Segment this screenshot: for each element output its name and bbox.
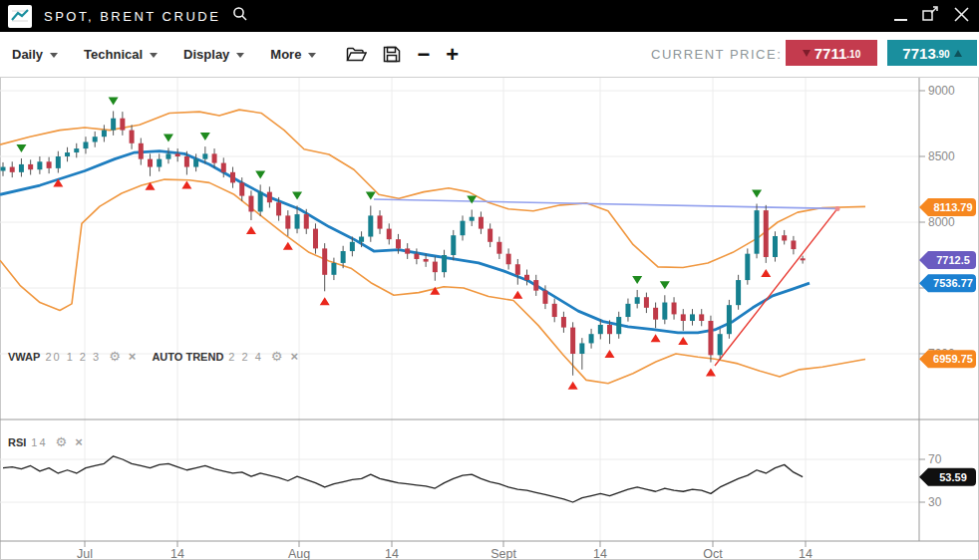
autotrend-remove-icon[interactable]: × bbox=[290, 349, 298, 364]
sell-signal-arrow-icon bbox=[292, 192, 302, 200]
svg-text:Jul: Jul bbox=[77, 547, 93, 560]
buy-signal-arrow-icon bbox=[320, 297, 330, 305]
time-axis-labels: Jul14Aug14Sept14Oct14 bbox=[77, 541, 813, 560]
bid-price: 7711 bbox=[815, 45, 847, 62]
sell-signal-arrow-icon bbox=[632, 276, 642, 284]
sell-signal-arrow-icon bbox=[255, 170, 265, 178]
close-button[interactable] bbox=[954, 7, 969, 26]
svg-text:Sept: Sept bbox=[490, 547, 516, 560]
titlebar: SPOT, BRENT CRUDE bbox=[0, 0, 979, 32]
svg-text:30: 30 bbox=[928, 495, 942, 509]
sell-signal-arrow-icon bbox=[16, 144, 26, 152]
svg-text:8500: 8500 bbox=[928, 149, 955, 163]
svg-text:14: 14 bbox=[385, 547, 399, 560]
current-price-label: CURRENT PRICE: bbox=[651, 47, 782, 62]
trendline-endpoint-dot bbox=[835, 206, 840, 211]
sell-signal-arrow-icon bbox=[109, 97, 119, 105]
svg-text:Oct: Oct bbox=[703, 547, 723, 560]
resistance-trendline bbox=[374, 199, 837, 208]
svg-text:8000: 8000 bbox=[928, 215, 955, 229]
app-window: 900085008000750070007030Jul14Aug14Sept14… bbox=[0, 0, 979, 560]
svg-text:8113.79: 8113.79 bbox=[933, 201, 972, 213]
popout-restore-button[interactable] bbox=[922, 6, 939, 26]
sell-signal-arrow-icon bbox=[467, 195, 477, 203]
chevron-down-icon bbox=[50, 53, 58, 58]
vwap-settings-gear-icon[interactable]: ⚙ bbox=[109, 349, 121, 364]
window-title: SPOT, BRENT CRUDE bbox=[44, 9, 220, 24]
vwap-label: VWAP bbox=[8, 351, 40, 363]
rsi-settings-gear-icon[interactable]: ⚙ bbox=[56, 434, 68, 449]
price-badge: 8113.79 bbox=[919, 198, 976, 216]
candlestick-layer bbox=[1, 111, 806, 375]
grid-layer bbox=[0, 77, 919, 541]
toolbar: Daily Technical Display More − + CURRENT… bbox=[0, 32, 979, 78]
autotrend-label: AUTO TREND bbox=[152, 351, 223, 363]
menu-technical[interactable]: Technical bbox=[84, 47, 158, 62]
open-folder-icon[interactable] bbox=[346, 46, 367, 63]
svg-text:7536.77: 7536.77 bbox=[933, 277, 973, 289]
menu-daily[interactable]: Daily bbox=[12, 47, 58, 62]
svg-text:Aug: Aug bbox=[288, 547, 310, 560]
sell-signal-arrow-icon bbox=[752, 190, 762, 198]
menu-display[interactable]: Display bbox=[183, 47, 244, 62]
price-badge: 7712.5 bbox=[919, 251, 976, 269]
price-chart-canvas[interactable]: 900085008000750070007030Jul14Aug14Sept14… bbox=[0, 0, 979, 560]
svg-text:53.59: 53.59 bbox=[939, 471, 967, 483]
zoom-out-button[interactable]: − bbox=[417, 45, 430, 65]
svg-text:14: 14 bbox=[593, 547, 607, 560]
price-badge: 6959.75 bbox=[919, 350, 976, 368]
ask-price: 7713 bbox=[902, 45, 935, 62]
support-trendline bbox=[715, 208, 837, 366]
svg-text:6959.75: 6959.75 bbox=[933, 353, 973, 365]
vwap-remove-icon[interactable]: × bbox=[129, 349, 137, 364]
price-axis-labels: 900085008000750070007030 bbox=[919, 84, 955, 509]
buy-signal-arrow-icon bbox=[246, 226, 256, 234]
rsi-indicator-row: RSI 14 ⚙ × bbox=[8, 434, 83, 449]
buy-signal-arrow-icon bbox=[181, 180, 191, 188]
app-logo-icon bbox=[8, 5, 32, 28]
buy-signal-arrow-icon bbox=[678, 337, 688, 345]
autotrend-params: 2 2 4 bbox=[228, 351, 262, 363]
vwap-params: 20 1 2 3 bbox=[45, 351, 101, 363]
buy-signal-arrow-icon bbox=[568, 382, 578, 390]
buy-signal-arrow-icon bbox=[512, 291, 522, 299]
autotrend-settings-gear-icon[interactable]: ⚙ bbox=[271, 349, 283, 364]
vwap-line bbox=[0, 151, 810, 333]
bid-price-badge: 7711 .10 bbox=[786, 40, 877, 66]
price-badge: 7536.77 bbox=[919, 274, 976, 292]
svg-text:7712.5: 7712.5 bbox=[936, 254, 970, 266]
ask-price-badge: 7713 .90 bbox=[887, 40, 977, 66]
buy-signal-arrow-icon bbox=[283, 242, 293, 250]
rsi-value-badge: 53.59 bbox=[919, 468, 976, 486]
price-up-arrow-icon bbox=[954, 50, 962, 57]
chevron-down-icon bbox=[236, 53, 244, 58]
menu-more[interactable]: More bbox=[270, 47, 316, 62]
main-indicator-row: VWAP 20 1 2 3 ⚙ × AUTO TREND 2 2 4 ⚙ × bbox=[8, 349, 298, 364]
save-icon[interactable] bbox=[383, 46, 401, 63]
sell-signal-arrow-icon bbox=[200, 133, 210, 140]
buy-signal-arrow-icon bbox=[761, 269, 771, 277]
sell-signal-arrow-icon bbox=[163, 134, 173, 141]
rsi-line bbox=[3, 456, 803, 502]
rsi-remove-icon[interactable]: × bbox=[75, 434, 83, 449]
chevron-down-icon bbox=[150, 53, 158, 58]
buy-signal-arrow-icon bbox=[651, 334, 661, 342]
rsi-params: 14 bbox=[31, 436, 47, 448]
svg-text:14: 14 bbox=[799, 547, 813, 560]
search-icon[interactable] bbox=[232, 6, 248, 26]
svg-text:9000: 9000 bbox=[928, 84, 955, 98]
price-down-arrow-icon bbox=[803, 50, 811, 57]
svg-text:14: 14 bbox=[170, 547, 184, 560]
minimize-button[interactable] bbox=[894, 19, 907, 21]
rsi-label: RSI bbox=[8, 436, 26, 448]
zoom-in-button[interactable]: + bbox=[446, 45, 459, 65]
svg-text:70: 70 bbox=[928, 452, 942, 466]
chevron-down-icon bbox=[308, 53, 316, 58]
buy-signal-arrow-icon bbox=[706, 369, 716, 377]
